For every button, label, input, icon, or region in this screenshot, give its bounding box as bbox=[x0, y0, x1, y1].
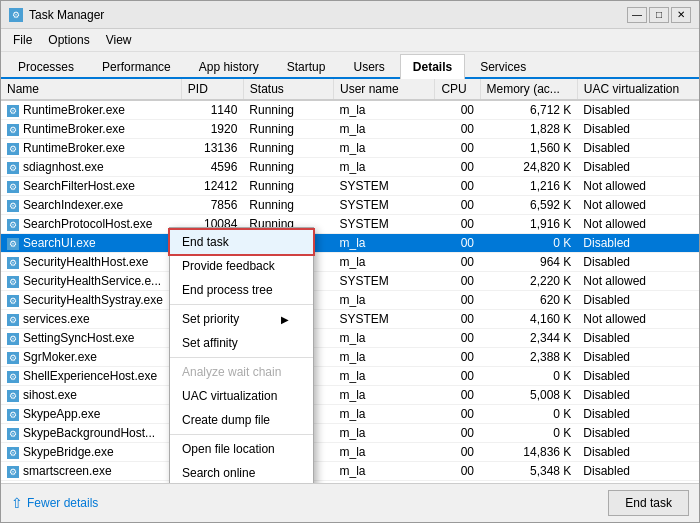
cell-name: ⚙SecurityHealthHost.exe bbox=[1, 253, 181, 272]
process-icon: ⚙ bbox=[7, 333, 19, 345]
col-header-uac[interactable]: UAC virtualization bbox=[577, 79, 699, 100]
cell-uac: Disabled bbox=[577, 100, 699, 120]
cell-name: ⚙SearchIndexer.exe bbox=[1, 196, 181, 215]
cell-user: m_la bbox=[334, 120, 435, 139]
cell-memory: 0 K bbox=[480, 234, 577, 253]
tab-details[interactable]: Details bbox=[400, 54, 465, 79]
tab-services[interactable]: Services bbox=[467, 54, 539, 79]
tab-processes[interactable]: Processes bbox=[5, 54, 87, 79]
context-menu-item-uac-virtualization[interactable]: UAC virtualization bbox=[170, 384, 313, 408]
context-menu-item-set-affinity[interactable]: Set affinity bbox=[170, 331, 313, 355]
table-row[interactable]: ⚙RuntimeBroker.exe 1140 Running m_la 00 … bbox=[1, 100, 699, 120]
tab-performance[interactable]: Performance bbox=[89, 54, 184, 79]
context-menu-item-open-file-location[interactable]: Open file location bbox=[170, 437, 313, 461]
process-icon: ⚙ bbox=[7, 428, 19, 440]
fewer-details-label: Fewer details bbox=[27, 496, 98, 510]
cell-name: ⚙SecurityHealthSystray.exe bbox=[1, 291, 181, 310]
process-icon: ⚙ bbox=[7, 162, 19, 174]
task-manager-window: ⚙ Task Manager — □ ✕ File Options View P… bbox=[0, 0, 700, 523]
col-header-pid[interactable]: PID bbox=[181, 79, 243, 100]
cell-uac: Disabled bbox=[577, 367, 699, 386]
cell-memory: 0 K bbox=[480, 367, 577, 386]
cell-user: m_la bbox=[334, 424, 435, 443]
col-header-name[interactable]: Name bbox=[1, 79, 181, 100]
table-row[interactable]: ⚙SecurityHealthHost.exe 4612 m_la 00 964… bbox=[1, 253, 699, 272]
context-menu-item-search-online[interactable]: Search online bbox=[170, 461, 313, 483]
table-row[interactable]: ⚙ShellExperienceHost.exe 5020 m_la 00 0 … bbox=[1, 367, 699, 386]
cell-uac: Not allowed bbox=[577, 310, 699, 329]
table-row[interactable]: ⚙RuntimeBroker.exe 13136 Running m_la 00… bbox=[1, 139, 699, 158]
cell-uac: Disabled bbox=[577, 120, 699, 139]
fewer-details-button[interactable]: ⇧ Fewer details bbox=[11, 495, 98, 511]
table-row[interactable]: ⚙SearchUI.exe 13912 Suspended m_la 00 0 … bbox=[1, 234, 699, 253]
title-bar: ⚙ Task Manager — □ ✕ bbox=[1, 1, 699, 29]
table-row[interactable]: ⚙SecurityHealthService.e... 9404 SYSTEM … bbox=[1, 272, 699, 291]
process-icon: ⚙ bbox=[7, 409, 19, 421]
table-row[interactable]: ⚙SearchIndexer.exe 7856 Running SYSTEM 0… bbox=[1, 196, 699, 215]
col-header-cpu[interactable]: CPU bbox=[435, 79, 480, 100]
table-row[interactable]: ⚙SearchProtocolHost.exe 10084 Running SY… bbox=[1, 215, 699, 234]
cell-user: m_la bbox=[334, 367, 435, 386]
app-icon: ⚙ bbox=[9, 8, 23, 22]
table-row[interactable]: ⚙SgrMoker.exe 9596 m_la 00 2,388 K Disab… bbox=[1, 348, 699, 367]
context-menu-item-create-dump-file[interactable]: Create dump file bbox=[170, 408, 313, 432]
table-row[interactable]: ⚙sihost.exe 6792 m_la 00 5,008 K Disable… bbox=[1, 386, 699, 405]
minimize-button[interactable]: — bbox=[627, 7, 647, 23]
cell-uac: Disabled bbox=[577, 462, 699, 481]
context-menu-label: Set affinity bbox=[182, 336, 238, 350]
context-menu-item-set-priority[interactable]: Set priority▶ bbox=[170, 307, 313, 331]
context-menu-separator bbox=[170, 357, 313, 358]
table-row[interactable]: ⚙smss.exe 352 SYSTEM 00 120 K Not allowe… bbox=[1, 481, 699, 484]
cell-name: ⚙sihost.exe bbox=[1, 386, 181, 405]
cell-user: SYSTEM bbox=[334, 481, 435, 484]
cell-memory: 2,220 K bbox=[480, 272, 577, 291]
col-header-user[interactable]: User name bbox=[334, 79, 435, 100]
table-row[interactable]: ⚙smartscreen.exe 9932 m_la 00 5,348 K Di… bbox=[1, 462, 699, 481]
context-menu-item-end-task[interactable]: End task bbox=[170, 230, 313, 254]
cell-name: ⚙sdiagnhost.exe bbox=[1, 158, 181, 177]
menu-file[interactable]: File bbox=[5, 31, 40, 49]
col-header-memory[interactable]: Memory (ac... bbox=[480, 79, 577, 100]
process-table-wrapper[interactable]: Name PID Status User name CPU Memory (ac… bbox=[1, 79, 699, 483]
tab-startup[interactable]: Startup bbox=[274, 54, 339, 79]
cell-cpu: 00 bbox=[435, 348, 480, 367]
context-menu-item-end-process-tree[interactable]: End process tree bbox=[170, 278, 313, 302]
cell-uac: Disabled bbox=[577, 424, 699, 443]
tab-users[interactable]: Users bbox=[340, 54, 397, 79]
close-button[interactable]: ✕ bbox=[671, 7, 691, 23]
table-row[interactable]: ⚙services.exe 628 SYSTEM 00 4,160 K Not … bbox=[1, 310, 699, 329]
cell-cpu: 00 bbox=[435, 234, 480, 253]
col-header-status[interactable]: Status bbox=[243, 79, 333, 100]
cell-cpu: 00 bbox=[435, 120, 480, 139]
cell-name: ⚙SearchProtocolHost.exe bbox=[1, 215, 181, 234]
menu-view[interactable]: View bbox=[98, 31, 140, 49]
cell-uac: Not allowed bbox=[577, 272, 699, 291]
maximize-button[interactable]: □ bbox=[649, 7, 669, 23]
tab-app-history[interactable]: App history bbox=[186, 54, 272, 79]
context-menu-item-provide-feedback[interactable]: Provide feedback bbox=[170, 254, 313, 278]
cell-uac: Disabled bbox=[577, 386, 699, 405]
table-row[interactable]: ⚙SettingSyncHost.exe 1268 m_la 00 2,344 … bbox=[1, 329, 699, 348]
table-row[interactable]: ⚙sdiagnhost.exe 4596 Running m_la 00 24,… bbox=[1, 158, 699, 177]
process-icon: ⚙ bbox=[7, 257, 19, 269]
table-row[interactable]: ⚙RuntimeBroker.exe 1920 Running m_la 00 … bbox=[1, 120, 699, 139]
end-task-button[interactable]: End task bbox=[608, 490, 689, 516]
cell-name: ⚙SearchFilterHost.exe bbox=[1, 177, 181, 196]
cell-uac: Not allowed bbox=[577, 177, 699, 196]
cell-uac: Disabled bbox=[577, 329, 699, 348]
cell-status: Running bbox=[243, 158, 333, 177]
cell-memory: 14,836 K bbox=[480, 443, 577, 462]
table-row[interactable]: ⚙SkypeApp.exe 1123 m_la 00 0 K Disabled bbox=[1, 405, 699, 424]
cell-pid: 7856 bbox=[181, 196, 243, 215]
cell-uac: Not allowed bbox=[577, 215, 699, 234]
cell-memory: 24,820 K bbox=[480, 158, 577, 177]
table-row[interactable]: ⚙SkypeBackgroundHost... 3964 m_la 00 0 K… bbox=[1, 424, 699, 443]
submenu-arrow-icon: ▶ bbox=[281, 314, 289, 325]
table-row[interactable]: ⚙SkypeBridge.exe 4320 m_la 00 14,836 K D… bbox=[1, 443, 699, 462]
table-row[interactable]: ⚙SecurityHealthSystray.exe 1085 m_la 00 … bbox=[1, 291, 699, 310]
process-icon: ⚙ bbox=[7, 447, 19, 459]
cell-cpu: 00 bbox=[435, 367, 480, 386]
menu-options[interactable]: Options bbox=[40, 31, 97, 49]
context-menu-separator bbox=[170, 434, 313, 435]
table-row[interactable]: ⚙SearchFilterHost.exe 12412 Running SYST… bbox=[1, 177, 699, 196]
